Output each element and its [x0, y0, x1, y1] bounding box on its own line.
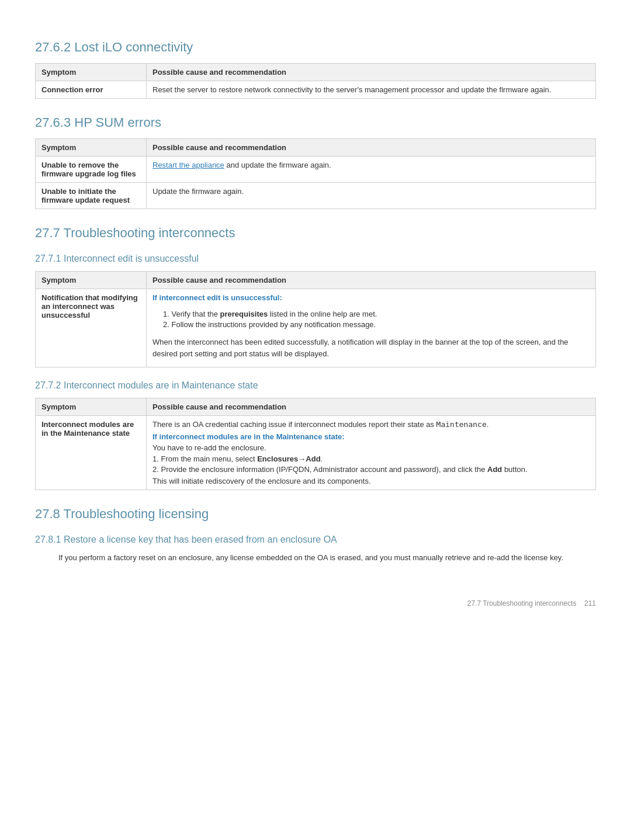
table-27-7-1: Symptom Possible cause and recommendatio… [35, 271, 596, 367]
section-27-7-1-title: 27.7.1 Interconnect edit is unsuccessful [35, 254, 596, 264]
symptom-cell: Interconnect modules are in the Maintena… [36, 416, 147, 490]
text-after-link: and update the firmware again. [224, 161, 331, 169]
col-header-recommendation-1: Possible cause and recommendation [147, 64, 596, 81]
interconnect-edit-list: 1. Verify that the prerequisites listed … [163, 306, 590, 333]
section-27-8-1-title: 27.8.1 Restore a license key that has be… [35, 534, 596, 545]
maintenance-mono: Maintenance [436, 420, 487, 429]
col-header-recommendation-2: Possible cause and recommendation [147, 139, 596, 157]
section-27-7-title: 27.7 Troubleshooting interconnects [35, 225, 596, 241]
item-before: Verify that the [171, 310, 220, 318]
col-header-recommendation-4: Possible cause and recommendation [147, 398, 596, 416]
maintenance-list: 1. From the main menu, select Enclosures… [152, 454, 590, 474]
list-item: 2. Follow the instructions provided by a… [163, 320, 590, 329]
footer-text: 27.7 Troubleshooting interconnects [467, 599, 577, 608]
col-header-symptom-1: Symptom [36, 64, 147, 81]
interconnect-edit-note: When the interconnect has been edited su… [152, 336, 590, 359]
col-header-symptom-2: Symptom [36, 139, 147, 157]
section-27-8-title: 27.8 Troubleshooting licensing [35, 506, 596, 522]
page-footer: 27.7 Troubleshooting interconnects 211 [35, 599, 596, 608]
col-header-recommendation-3: Possible cause and recommendation [147, 272, 596, 289]
interconnect-edit-heading: If interconnect edit is unsuccessful: [152, 293, 590, 302]
maintenance-heading: If interconnect modules are in the Maint… [152, 432, 590, 441]
section-27-8-1-body: If you perform a factory reset on an enc… [58, 552, 596, 564]
symptom-cell: Unable to remove the firmware upgrade lo… [36, 157, 147, 183]
table-row: Unable to initiate the firmware update r… [36, 183, 596, 209]
item-before: From the main menu, select [161, 454, 257, 463]
footer-page: 211 [584, 599, 596, 608]
section-27-6-2-title: 27.6.2 Lost iLO connectivity [35, 40, 596, 55]
item-bold: Add [487, 465, 502, 474]
col-header-symptom-3: Symptom [36, 272, 147, 289]
maintenance-body1: You have to re-add the enclosure. [152, 443, 590, 452]
item-num: 1. [152, 454, 161, 463]
maintenance-footer: This will initiate rediscovery of the en… [152, 477, 590, 485]
table-27-7-2: Symptom Possible cause and recommendatio… [35, 398, 596, 490]
list-item: 2. Provide the enclosure information (IP… [152, 465, 590, 474]
item-before: Provide the enclosure information (IP/FQ… [161, 465, 487, 474]
list-item: 1. Verify that the prerequisites listed … [163, 310, 590, 318]
table-row: Connection error Reset the server to res… [36, 81, 596, 99]
table-row: Notification that modifying an interconn… [36, 289, 596, 367]
item-bold: prerequisites [220, 310, 268, 318]
item-text: Follow the instructions provided by any … [171, 320, 376, 329]
table-27-6-3: Symptom Possible cause and recommendatio… [35, 138, 596, 209]
table-27-6-2: Symptom Possible cause and recommendatio… [35, 63, 596, 99]
section-27-7-2-title: 27.7.2 Interconnect modules are in Maint… [35, 380, 596, 391]
item-arrow: → [298, 454, 306, 463]
recommendation-cell: If interconnect edit is unsuccessful: 1.… [147, 289, 596, 367]
item-period: . [321, 454, 323, 463]
link-restart[interactable]: Restart the appliance [152, 161, 224, 169]
recommendation-cell: Update the firmware again. [147, 183, 596, 209]
maintenance-intro: There is an OA credential caching issue … [152, 420, 590, 429]
symptom-cell: Unable to initiate the firmware update r… [36, 183, 147, 209]
item-num: 2. [152, 465, 161, 474]
table-row: Interconnect modules are in the Maintena… [36, 416, 596, 490]
item-num: 1. [163, 310, 171, 318]
recommendation-cell: There is an OA credential caching issue … [147, 416, 596, 490]
list-item: 1. From the main menu, select Enclosures… [152, 454, 590, 463]
item-after: listed in the online help are met. [268, 310, 377, 318]
recommendation-cell: Restart the appliance and update the fir… [147, 157, 596, 183]
item-bold2: Add [306, 454, 320, 463]
item-bold1: Enclosures [257, 454, 298, 463]
table-row: Unable to remove the firmware upgrade lo… [36, 157, 596, 183]
symptom-cell: Notification that modifying an interconn… [36, 289, 147, 367]
section-27-6-3-title: 27.6.3 HP SUM errors [35, 115, 596, 130]
recommendation-cell: Reset the server to restore network conn… [147, 81, 596, 99]
col-header-symptom-4: Symptom [36, 398, 147, 416]
item-num: 2. [163, 320, 171, 329]
symptom-cell: Connection error [36, 81, 147, 99]
item-after: button. [502, 465, 527, 474]
